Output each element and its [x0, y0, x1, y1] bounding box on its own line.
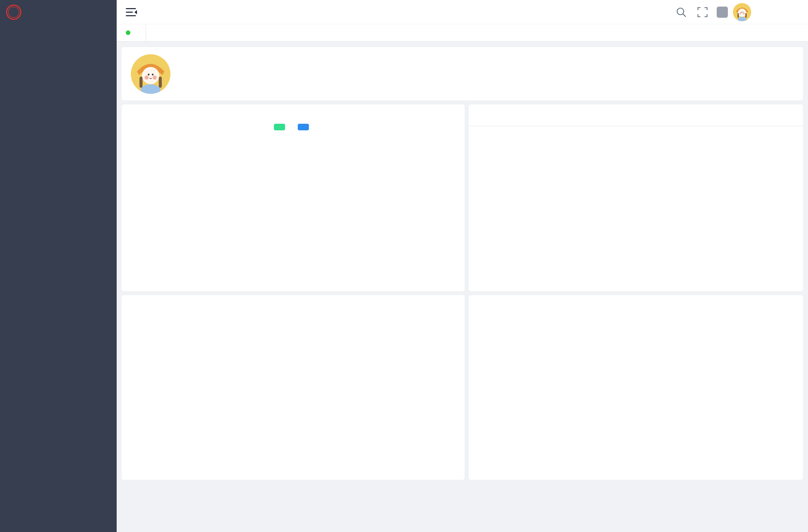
greeting-avatar: [131, 54, 170, 94]
header: [117, 0, 808, 24]
fullscreen-icon[interactable]: [696, 6, 709, 18]
app-logo[interactable]: [0, 0, 117, 24]
stat-total-visits: [702, 47, 783, 59]
bar-chart-legend: [122, 124, 465, 130]
tab-home[interactable]: [117, 24, 146, 41]
stat-today-visits: [599, 47, 680, 59]
sidebar-menu: [0, 24, 117, 27]
browser-pie-card: [122, 295, 465, 480]
legend-swatch: [274, 124, 285, 130]
legend-item-total[interactable]: [298, 124, 312, 130]
legend-item-you[interactable]: [274, 124, 289, 130]
app-root: [0, 0, 808, 532]
frameworks-card: [469, 105, 803, 291]
legend-swatch: [298, 124, 309, 130]
collapse-menu-icon[interactable]: [126, 7, 137, 17]
logo-z-icon: [6, 4, 21, 20]
visits-bar-chart-card: [122, 105, 465, 291]
last-login: [179, 86, 183, 94]
main-area: [117, 0, 808, 41]
content: [117, 42, 808, 532]
os-pie-card: [469, 295, 803, 480]
frameworks-grid: [469, 126, 803, 291]
sidebar: [0, 0, 117, 532]
search-icon[interactable]: [675, 6, 687, 18]
stat-today-ip: [497, 47, 578, 59]
tab-bar: [117, 24, 808, 41]
language-icon[interactable]: [717, 6, 728, 18]
user-avatar[interactable]: [733, 3, 751, 21]
greeting-card: [122, 47, 803, 100]
tab-active-dot: [126, 31, 130, 35]
